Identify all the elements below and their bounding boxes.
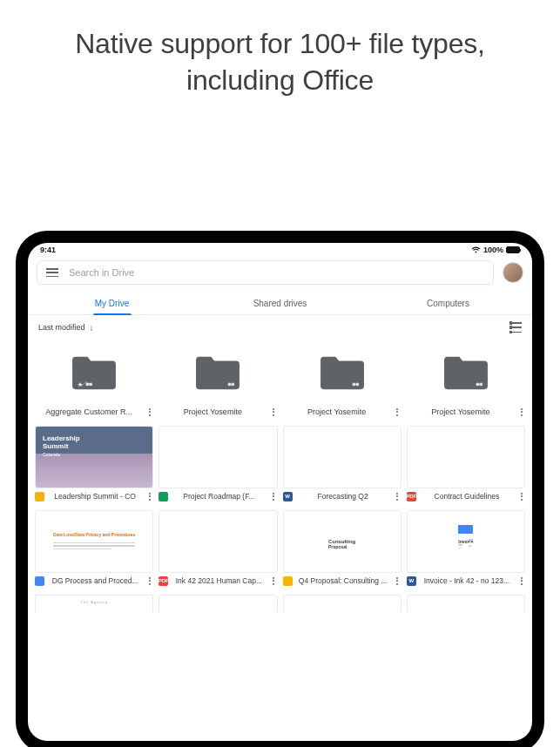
thumb-text: Data Loss/Data Privacy and Procedures [53,532,136,537]
view-toggle-icon[interactable] [509,322,522,333]
more-icon[interactable] [270,493,278,501]
folder-icon [283,341,401,404]
svg-point-2 [89,383,92,387]
file-item[interactable]: PDF Contract Guidelines [407,426,525,503]
folder-name: Project Yosemite [407,407,515,417]
folder-name: Project Yosemite [159,407,267,417]
folder-item[interactable]: ★ Aggregate Customer R... [35,341,153,419]
word-icon: W [283,492,293,501]
more-icon[interactable] [270,408,278,416]
more-icon[interactable] [517,577,525,585]
slides-icon [35,492,44,501]
file-item[interactable]: Invoice W Invoice - Ink 42 - no 123... [407,510,525,588]
search-row: Search in Drive [28,255,532,292]
file-thumbnail: The Agency [35,595,153,612]
file-thumbnail: Data Loss/Data Privacy and Procedures [35,510,153,573]
thumb-text: The Agency [81,600,108,604]
svg-text:★: ★ [78,381,83,387]
thumb-text: Summit [43,443,145,451]
sort-label: Last modified [38,323,85,332]
file-item[interactable]: Project Roadmap (F... [159,426,277,503]
file-item[interactable]: The Agency [35,595,153,612]
thumb-text: Consulting [328,539,355,544]
svg-point-7 [476,383,479,387]
tab-shared-drives[interactable]: Shared drives [196,292,364,314]
list-controls: Last modified ↓ [28,315,532,338]
file-thumbnail [159,595,277,612]
folder-icon [407,341,525,404]
file-name: Q4 Proposal: Consulting ... [295,576,391,585]
file-name: Leadership Summit - CO [47,492,143,501]
search-bar[interactable]: Search in Drive [37,260,494,285]
file-thumbnail [159,510,277,573]
more-icon[interactable] [145,577,153,585]
more-icon[interactable] [394,408,401,416]
file-item[interactable] [159,595,277,612]
folder-name: Project Yosemite [283,407,391,417]
pdf-icon: PDF [407,492,416,501]
more-icon[interactable] [517,493,525,501]
folder-item[interactable]: Project Yosemite [159,341,277,419]
file-item[interactable] [407,595,525,612]
avatar[interactable] [503,262,523,283]
tab-computers[interactable]: Computers [364,292,532,314]
file-item[interactable]: ConsultingProposal Q4 Proposal: Consulti… [283,510,401,588]
more-icon[interactable] [394,577,401,585]
file-item[interactable]: W Forecasting Q2 [283,426,401,503]
file-name: Invoice - Ink 42 - no 123... [419,576,515,585]
file-thumbnail: Invoice [407,510,525,573]
sheets-icon [159,492,168,501]
file-item[interactable]: Leadership Summit Colorado Leadership Su… [35,426,153,503]
more-icon[interactable] [145,408,153,416]
thumb-text: Invoice [458,539,462,544]
svg-point-1 [86,383,90,387]
file-name: Project Roadmap (F... [171,492,267,501]
folder-icon: ★ [35,341,153,404]
file-name: Ink 42 2021 Human Cap... [171,576,267,585]
wifi-icon [471,246,481,253]
more-icon[interactable] [145,493,153,501]
docs-icon [35,576,44,586]
file-name: Forecasting Q2 [295,492,391,501]
word-icon: W [407,576,416,586]
file-thumbnail [159,426,277,488]
drive-tabs: My Drive Shared drives Computers [28,292,532,315]
menu-icon[interactable] [46,268,58,277]
tab-my-drive[interactable]: My Drive [28,292,196,314]
more-icon[interactable] [270,577,278,585]
marketing-headline: Native support for 100+ file types, incl… [0,0,560,98]
status-time: 9:41 [40,246,56,254]
svg-point-8 [479,383,482,387]
arrow-down-icon: ↓ [90,323,94,333]
file-name: Contract Guidelines [419,492,515,501]
app-screen: 9:41 100% Search in Drive My Drive Share… [28,243,532,741]
file-thumbnail: ConsultingProposal [283,510,401,573]
svg-point-4 [232,383,235,387]
svg-point-6 [355,383,359,387]
file-name: DG Process and Proced... [47,576,143,585]
search-input[interactable]: Search in Drive [69,267,134,278]
file-thumbnail: Leadership Summit Colorado [35,426,153,488]
slides-icon [283,576,293,586]
file-thumbnail [283,595,401,612]
sort-button[interactable]: Last modified ↓ [38,323,94,333]
pdf-icon: PDF [159,576,168,586]
svg-point-5 [352,383,355,387]
file-item[interactable]: Data Loss/Data Privacy and Procedures DG… [35,510,153,588]
svg-point-3 [228,383,232,387]
file-thumbnail [407,595,525,612]
thumb-text: Colorado [43,452,145,457]
battery-icon [506,246,520,253]
tablet-device-frame: 9:41 100% Search in Drive My Drive Share… [16,231,544,747]
folder-item[interactable]: Project Yosemite [283,341,401,419]
file-item[interactable] [283,595,401,612]
file-item[interactable]: PDF Ink 42 2021 Human Cap... [159,510,277,588]
battery-percent: 100% [483,246,503,254]
file-grid: ★ Aggregate Customer R... Project Yosemi… [28,338,532,616]
folder-item[interactable]: Project Yosemite [407,341,525,419]
folder-icon [159,341,277,404]
folder-name: Aggregate Customer R... [35,407,143,417]
thumb-text: Proposal [328,544,355,549]
more-icon[interactable] [394,493,401,501]
more-icon[interactable] [517,408,525,416]
